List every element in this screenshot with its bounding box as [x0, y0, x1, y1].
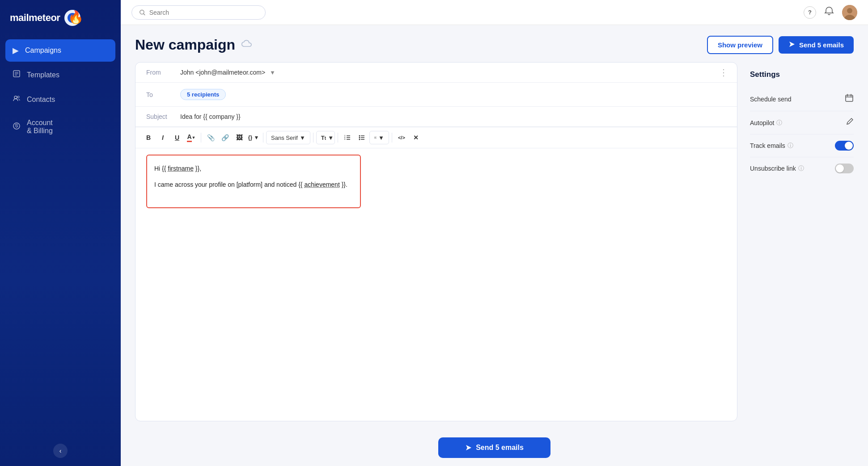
topbar: ? [121, 0, 868, 25]
subject-label: Subject [146, 113, 172, 120]
svg-point-12 [847, 8, 852, 13]
toolbar-divider-2 [263, 133, 263, 143]
source-code-button[interactable]: </> [395, 131, 408, 144]
to-label: To [146, 91, 172, 98]
app-name: mailmeteor [10, 12, 60, 24]
search-bar[interactable] [131, 5, 266, 20]
sidebar-item-campaigns[interactable]: ▶ Campaigns [5, 39, 115, 62]
unsubscribe-link-toggle-knob [836, 164, 844, 172]
flame-icon: 🔥 [68, 10, 84, 25]
image-button[interactable]: 🖼 [233, 131, 246, 144]
bottom-bar: Send 5 emails [121, 432, 868, 466]
email-body-line2: I came across your profile on [platform]… [154, 180, 353, 190]
logo-area: mailmeteor M 🔥 [0, 0, 121, 39]
track-emails-label: Track emails ⓘ [750, 142, 793, 150]
settings-row-schedule-send: Schedule send [750, 87, 854, 111]
unsubscribe-link-label: Unsubscribe link ⓘ [750, 164, 804, 172]
formatting-toolbar: B I U A ▼ 📎 🔗 🖼 {} ▼ Sans Serif ▼ [135, 127, 737, 148]
link-button[interactable]: 🔗 [218, 131, 232, 144]
email-composer: From John <john@mailmeteor.com> ▼ ⋮ To 5… [135, 62, 737, 421]
align-button[interactable]: ▼ [369, 131, 389, 144]
unsubscribe-link-info-icon: ⓘ [798, 164, 804, 172]
main-content: ? New campaign Show preview [121, 0, 868, 466]
align-arrow: ▼ [378, 134, 384, 141]
campaigns-icon: ▶ [13, 46, 19, 55]
autopilot-info-icon: ⓘ [776, 119, 782, 127]
settings-row-track-emails: Track emails ⓘ [750, 134, 854, 157]
font-size-arrow: ▼ [328, 134, 334, 141]
font-family-label: Sans Serif [271, 134, 298, 141]
topbar-icons: ? [804, 5, 857, 20]
notifications-icon[interactable] [824, 6, 834, 18]
unsubscribe-link-toggle[interactable] [835, 164, 854, 173]
underline-button[interactable]: U [170, 131, 184, 144]
clear-formatting-button[interactable]: ✕ [409, 131, 423, 144]
svg-rect-29 [846, 95, 853, 101]
svg-marker-13 [789, 42, 795, 47]
toolbar-divider-4 [338, 133, 338, 143]
sidebar-item-contacts[interactable]: Contacts [5, 88, 115, 111]
font-size-label: Tt [321, 134, 326, 141]
sidebar-bottom: ‹ [0, 436, 121, 466]
svg-point-8 [13, 123, 20, 129]
search-icon [139, 9, 146, 16]
font-family-selector[interactable]: Sans Serif ▼ [266, 131, 310, 144]
ordered-list-button[interactable]: 123 [341, 131, 354, 144]
bottom-send-button[interactable]: Send 5 emails [438, 437, 550, 458]
svg-point-7 [17, 96, 19, 98]
subject-field: Subject Idea for {{ company }} [135, 107, 737, 127]
track-emails-info-icon: ⓘ [788, 142, 793, 150]
send-button[interactable]: Send 5 emails [779, 36, 854, 54]
avatar[interactable] [842, 5, 857, 20]
font-size-selector[interactable]: Tt ▼ [316, 131, 335, 144]
more-options-button[interactable]: ⋮ [719, 67, 729, 78]
track-emails-toggle[interactable] [835, 141, 854, 151]
settings-panel: Settings Schedule send Autopilot ⓘ [737, 62, 854, 421]
schedule-send-icon[interactable] [845, 93, 854, 105]
from-label: From [146, 69, 172, 76]
send-button-label: Send 5 emails [799, 41, 844, 49]
from-value: John <john@mailmeteor.com> ▼ [180, 69, 275, 76]
track-emails-toggle-knob [845, 142, 853, 150]
contacts-icon [13, 94, 21, 105]
font-family-arrow: ▼ [300, 134, 305, 141]
sidebar-item-label-contacts: Contacts [27, 96, 55, 104]
account-billing-icon [13, 122, 21, 132]
sidebar-item-account-billing[interactable]: Account& Billing [5, 113, 115, 141]
page-title: New campaign [135, 37, 235, 53]
svg-line-10 [144, 13, 145, 15]
attach-button[interactable]: 📎 [204, 131, 217, 144]
email-body-highlighted[interactable]: Hi {{ firstname }}, I came across your p… [146, 155, 361, 208]
sidebar-item-templates[interactable]: Templates [5, 63, 115, 86]
toolbar-divider-5 [392, 133, 392, 143]
svg-point-24 [359, 137, 360, 139]
settings-row-autopilot: Autopilot ⓘ [750, 111, 854, 134]
send-icon [788, 41, 796, 49]
unordered-list-button[interactable] [355, 131, 368, 144]
svg-point-25 [359, 139, 360, 140]
text-color-button[interactable]: A ▼ [185, 131, 198, 144]
page-title-row: New campaign [135, 37, 253, 53]
email-body[interactable]: Hi {{ firstname }}, I came across your p… [135, 148, 737, 421]
subject-value[interactable]: Idea for {{ company }} [180, 113, 241, 120]
autopilot-edit-icon[interactable] [846, 118, 854, 128]
collapse-button[interactable]: ‹ [53, 444, 68, 458]
help-icon[interactable]: ? [804, 6, 816, 19]
content-area: From John <john@mailmeteor.com> ▼ ⋮ To 5… [121, 62, 868, 432]
settings-title: Settings [750, 62, 854, 87]
settings-row-unsubscribe-link: Unsubscribe link ⓘ [750, 157, 854, 180]
toolbar-divider-1 [201, 133, 201, 143]
from-dropdown-arrow[interactable]: ▼ [270, 69, 275, 76]
toolbar-divider-3 [313, 133, 313, 143]
italic-button[interactable]: I [156, 131, 169, 144]
email-body-line1: Hi {{ firstname }}, [154, 164, 353, 174]
bold-button[interactable]: B [142, 131, 155, 144]
code-block-button[interactable]: {} ▼ [247, 131, 260, 144]
svg-marker-33 [466, 445, 471, 450]
cloud-icon [241, 39, 253, 51]
show-preview-button[interactable]: Show preview [707, 36, 773, 54]
recipients-badge[interactable]: 5 recipients [180, 89, 226, 100]
sidebar: mailmeteor M 🔥 ▶ Campaigns Templates C [0, 0, 121, 466]
svg-text:3: 3 [344, 138, 346, 140]
search-input[interactable] [149, 9, 258, 16]
